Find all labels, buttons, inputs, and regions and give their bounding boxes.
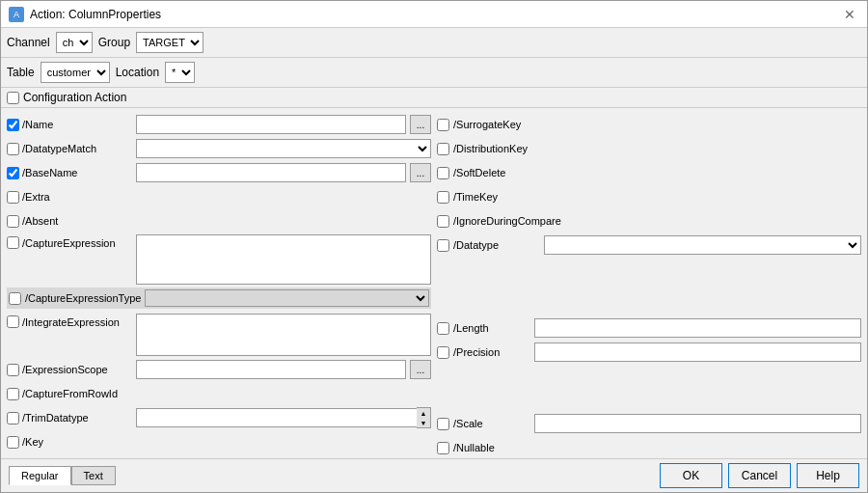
trim-datatype-row: /TrimDatatype ▲ ▼ [7,407,431,428]
name-dots-button[interactable]: ... [410,115,431,134]
soft-delete-checkbox[interactable] [437,167,449,179]
absent-checkbox[interactable] [7,215,19,228]
scale-input[interactable] [534,414,861,433]
footer-tabs: Regular Text [9,466,116,485]
soft-delete-row: /SoftDelete [437,162,861,183]
length-checkbox[interactable] [437,322,449,335]
expression-scope-checkbox[interactable] [7,364,19,376]
ok-button[interactable]: OK [660,463,722,488]
config-action-label: Configuration Action [23,91,126,104]
name-checkbox[interactable] [7,119,19,131]
absent-row: /Absent [7,210,431,232]
trim-datatype-input[interactable] [136,408,417,427]
distribution-key-label: /DistributionKey [453,143,528,154]
channel-select[interactable]: ch [56,32,93,53]
capture-type-row: /CaptureExpressionType [7,288,431,309]
precision-checkbox[interactable] [437,346,449,359]
length-input[interactable] [534,318,861,338]
location-select[interactable]: * [165,62,195,83]
scale-checkbox[interactable] [437,418,449,430]
expression-scope-dots-button[interactable]: ... [410,360,431,379]
datatype-match-label-group: /DatatypeMatch [7,143,132,155]
name-label-group: /Name [7,119,132,131]
capture-expr-label: /CaptureExpression [22,237,116,249]
ignore-during-compare-row: /IgnoreDuringCompare [437,210,861,232]
spinbox-arrows: ▲ ▼ [417,407,431,428]
capture-expr-row: /CaptureExpression [7,234,431,285]
expression-scope-input[interactable] [136,360,406,379]
distribution-key-checkbox[interactable] [437,143,449,155]
right-spacer-2 [437,366,861,410]
trim-datatype-label-group: /TrimDatatype [7,412,132,425]
extra-checkbox[interactable] [7,191,19,204]
capture-type-select[interactable] [145,289,429,307]
integrate-expr-textarea[interactable] [136,314,431,356]
datatype-label: /Datatype [453,239,540,251]
datatype-match-checkbox[interactable] [7,143,19,155]
absent-label: /Absent [22,215,58,227]
distribution-key-row: /DistributionKey [437,138,861,159]
integrate-expr-row: /IntegrateExpression [7,314,431,356]
nullable-checkbox[interactable] [437,442,449,454]
dialog: A Action: ColumnProperties ✕ Channel ch … [0,0,868,493]
scale-row: /Scale [437,413,861,434]
capture-expr-checkbox[interactable] [7,236,19,249]
app-icon: A [9,7,24,22]
integrate-expr-label: /IntegrateExpression [22,316,120,328]
name-row: /Name c_ytd_payment ... [7,114,431,135]
config-action-checkbox[interactable] [7,92,19,104]
expression-scope-label-group: /ExpressionScope [7,364,132,376]
close-button[interactable]: ✕ [840,5,859,24]
surrogate-key-checkbox[interactable] [437,119,449,131]
key-label: /Key [22,436,43,448]
capture-from-row-id-checkbox[interactable] [7,388,19,400]
base-name-dots-button[interactable]: ... [410,163,431,182]
base-name-input[interactable]: src_ytd_payment [136,163,406,182]
integrate-expr-checkbox[interactable] [7,315,19,328]
datatype-match-select[interactable] [136,139,431,158]
main-content: /Name c_ytd_payment ... /DatatypeMatch [1,108,867,458]
trim-datatype-checkbox[interactable] [7,412,19,425]
precision-row: /Precision [437,342,861,363]
spinbox-down[interactable]: ▼ [417,418,430,427]
datatype-match-label: /DatatypeMatch [22,143,96,154]
capture-expr-textarea[interactable] [136,234,431,285]
ignore-during-compare-label: /IgnoreDuringCompare [453,215,561,227]
datatype-checkbox[interactable] [437,239,449,252]
precision-input[interactable] [534,342,861,362]
capture-expr-label-group: /CaptureExpression [7,234,132,249]
scale-label: /Scale [453,418,530,429]
footer: Regular Text OK Cancel Help [1,458,867,492]
datatype-row: /Datatype [437,234,861,256]
group-select[interactable]: TARGET [136,32,203,53]
tab-text[interactable]: Text [71,466,116,485]
key-checkbox[interactable] [7,436,19,449]
help-button[interactable]: Help [797,463,859,488]
second-row: Table customer Location * [1,58,867,88]
key-row: /Key [7,431,431,452]
absent-label-group: /Absent [7,215,132,228]
title-bar: A Action: ColumnProperties ✕ [1,1,867,28]
tab-regular[interactable]: Regular [9,466,71,485]
length-row: /Length [437,317,861,339]
base-name-checkbox[interactable] [7,167,19,179]
cancel-button[interactable]: Cancel [728,463,791,488]
base-name-label-group: /BaseName [7,167,132,179]
name-input[interactable]: c_ytd_payment [136,115,406,134]
channel-label: Channel [7,36,50,49]
ignore-during-compare-checkbox[interactable] [437,215,449,228]
location-label: Location [116,66,159,79]
spinbox-up[interactable]: ▲ [417,408,430,418]
toolbar-row: Channel ch Group TARGET [1,28,867,58]
capture-type-checkbox[interactable] [9,292,21,305]
table-select[interactable]: customer [41,62,110,83]
integrate-expr-label-group: /IntegrateExpression [7,314,132,328]
surrogate-key-label: /SurrogateKey [453,119,521,130]
title-bar-left: A Action: ColumnProperties [9,7,161,22]
datatype-select[interactable] [544,235,861,255]
two-columns: /Name c_ytd_payment ... /DatatypeMatch [7,114,861,458]
time-key-checkbox[interactable] [437,191,449,204]
capture-from-row-id-label: /CaptureFromRowId [22,388,118,399]
right-column: /SurrogateKey /DistributionKey /SoftDele… [437,114,861,458]
time-key-label: /TimeKey [453,191,498,203]
